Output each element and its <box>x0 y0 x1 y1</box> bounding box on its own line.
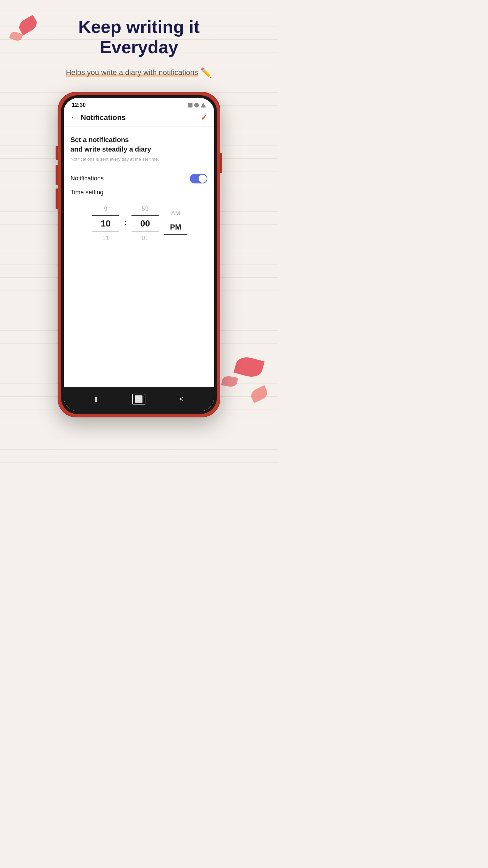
headline-line1: Keep writing it <box>78 17 200 37</box>
phone-nav-bar: ⫿ ⬜ < <box>64 387 214 411</box>
back-arrow-icon: ← <box>70 113 78 122</box>
headline: Keep writing it Everyday <box>78 17 200 58</box>
subtitle-text: Helps you write a diary with notificatio… <box>66 68 198 77</box>
section-title-line2: and write steadily a diary <box>70 144 207 154</box>
section-title: Set a notifications and write steadily a… <box>70 135 207 154</box>
time-picker: 9 10 11 : 59 00 01 <box>70 203 207 244</box>
notification-setting-row: Notifications <box>70 171 207 186</box>
app-header: ← Notifications ✓ <box>64 110 214 127</box>
notification-toggle[interactable] <box>190 174 207 183</box>
signal-icon <box>188 103 192 107</box>
volume-up-button <box>56 146 58 160</box>
notification-label: Notifications <box>70 175 104 182</box>
confirm-button[interactable]: ✓ <box>201 113 207 122</box>
phone-inner-frame: 12:30 ← Notifications ✓ <box>61 95 217 414</box>
minute-selected: 00 <box>131 215 159 232</box>
hour-column[interactable]: 9 10 11 <box>89 203 123 244</box>
subtitle-row: Helps you write a diary with notificatio… <box>66 67 212 78</box>
volume-down-button <box>56 165 58 185</box>
toggle-knob <box>199 175 207 183</box>
ampm-column[interactable]: AM PM <box>162 207 189 240</box>
minute-below: 01 <box>142 232 148 244</box>
pencil-emoji: ✏️ <box>200 67 212 78</box>
wifi-icon <box>194 103 199 107</box>
hour-above: 9 <box>104 203 107 215</box>
nav-home-icon[interactable]: ⬜ <box>132 394 145 405</box>
nav-back-icon[interactable]: < <box>179 395 184 403</box>
ampm-selected: PM <box>164 220 187 235</box>
status-bar: 12:30 <box>64 98 214 110</box>
silent-button <box>56 189 58 209</box>
minute-column[interactable]: 59 00 01 <box>128 203 162 244</box>
back-button[interactable]: ← Notifications <box>70 113 126 122</box>
battery-icon <box>201 103 206 107</box>
section-title-line1: Set a notifications <box>70 135 207 144</box>
time-setting-label: Time setting <box>70 189 207 196</box>
phone-outer-frame: 12:30 ← Notifications ✓ <box>58 92 220 417</box>
headline-line2: Everyday <box>100 37 178 57</box>
page-content: Keep writing it Everyday Helps you write… <box>0 0 278 417</box>
nav-menu-icon[interactable]: ⫿ <box>94 395 98 403</box>
power-button <box>220 153 222 173</box>
status-time: 12:30 <box>72 102 86 108</box>
hour-below: 11 <box>102 232 109 244</box>
phone-screen: 12:30 ← Notifications ✓ <box>64 98 214 411</box>
hour-selected: 10 <box>92 215 119 232</box>
phone-mockup: 12:30 ← Notifications ✓ <box>58 92 220 417</box>
app-title: Notifications <box>81 113 126 122</box>
time-separator: : <box>124 217 127 230</box>
app-body: Set a notifications and write steadily a… <box>64 127 214 387</box>
minute-above: 59 <box>142 203 148 215</box>
ampm-above: AM <box>171 207 180 220</box>
section-subtitle: Notifications is sent every day at the s… <box>70 157 207 162</box>
status-icons <box>188 103 206 107</box>
